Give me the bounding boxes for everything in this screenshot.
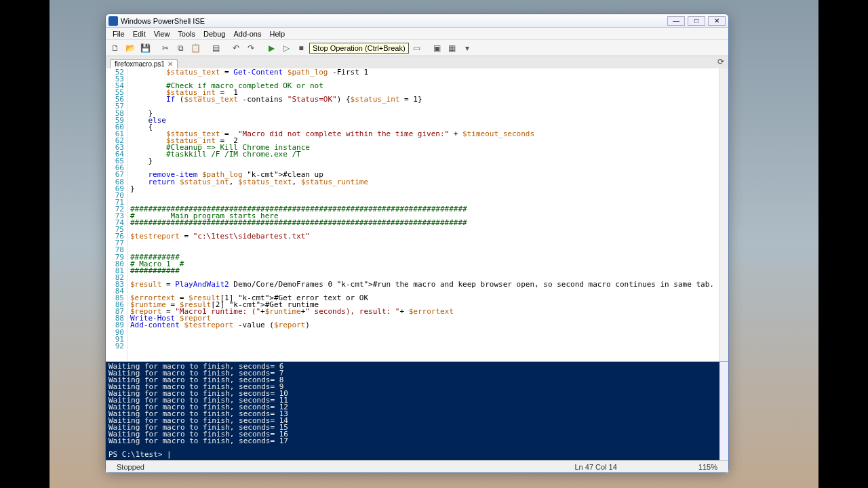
menu-help[interactable]: Help — [265, 30, 289, 38]
line-gutter: 52 53 54 55 56 57 58 59 60 61 62 63 64 6… — [106, 68, 127, 361]
status-position: Ln 47 Col 14 — [568, 463, 623, 471]
run-icon[interactable]: ▶ — [264, 41, 278, 55]
statusbar: Stopped Ln 47 Col 14 115% — [106, 460, 728, 472]
tabbar: firefoxmacro.ps1 ✕ ⟳ — [106, 56, 728, 68]
new-icon[interactable]: 🗋 — [108, 41, 122, 55]
menu-edit[interactable]: Edit — [129, 30, 150, 38]
editor-scrollbar[interactable] — [719, 68, 728, 361]
copy-icon[interactable]: ⧉ — [174, 41, 187, 55]
paste-icon[interactable]: 📋 — [189, 41, 202, 55]
code-area[interactable]: $status_text = Get-Content $path_log -Fi… — [127, 68, 719, 361]
status-zoom: 115% — [692, 463, 724, 471]
script-editor[interactable]: 52 53 54 55 56 57 58 59 60 61 62 63 64 6… — [106, 68, 728, 362]
pane-icon[interactable]: ▣ — [431, 41, 444, 55]
minimize-button[interactable]: — — [667, 16, 685, 26]
stop-tooltip: Stop Operation (Ctrl+Break) — [309, 43, 409, 54]
undo-icon[interactable]: ↶ — [229, 41, 243, 55]
clear-icon[interactable]: ▤ — [209, 41, 222, 55]
menu-file[interactable]: File — [108, 30, 129, 38]
menu-view[interactable]: View — [150, 30, 174, 38]
console-pane[interactable]: Waiting for macro to finish, seconds= 6 … — [106, 362, 728, 460]
window-title: Windows PowerShell ISE — [121, 17, 665, 25]
script-tab[interactable]: firefoxmacro.ps1 ✕ — [110, 59, 178, 68]
console-scrollbar[interactable] — [719, 362, 728, 460]
stop-icon[interactable]: ■ — [294, 41, 308, 55]
app-icon — [108, 16, 118, 26]
refresh-icon[interactable]: ⟳ — [717, 57, 724, 66]
menu-tools[interactable]: Tools — [174, 30, 199, 38]
cut-icon[interactable]: ✂ — [159, 41, 172, 55]
toolbar: 🗋 📂 💾 ✂ ⧉ 📋 ▤ ↶ ↷ ▶ ▷ ■ Stop Operation (… — [106, 40, 728, 56]
menu-addons[interactable]: Add-ons — [229, 30, 265, 38]
menu-debug[interactable]: Debug — [199, 30, 229, 38]
show-command-icon[interactable]: ▾ — [460, 41, 474, 55]
redo-icon[interactable]: ↷ — [244, 41, 258, 55]
menubar: File Edit View Tools Debug Add-ons Help — [106, 28, 728, 40]
titlebar: Windows PowerShell ISE — □ ✕ — [106, 14, 728, 28]
new-remote-icon[interactable]: ▭ — [410, 41, 424, 55]
status-state: Stopped — [110, 463, 151, 471]
close-button[interactable]: ✕ — [708, 16, 726, 26]
save-icon[interactable]: 💾 — [138, 41, 152, 55]
ise-window: Windows PowerShell ISE — □ ✕ File Edit V… — [105, 14, 729, 473]
open-icon[interactable]: 📂 — [123, 41, 137, 55]
tab-label: firefoxmacro.ps1 — [115, 60, 165, 68]
maximize-button[interactable]: □ — [688, 16, 705, 26]
show-script-icon[interactable]: ▦ — [446, 41, 459, 55]
tab-close-icon[interactable]: ✕ — [167, 60, 173, 68]
run-selection-icon[interactable]: ▷ — [279, 41, 293, 55]
